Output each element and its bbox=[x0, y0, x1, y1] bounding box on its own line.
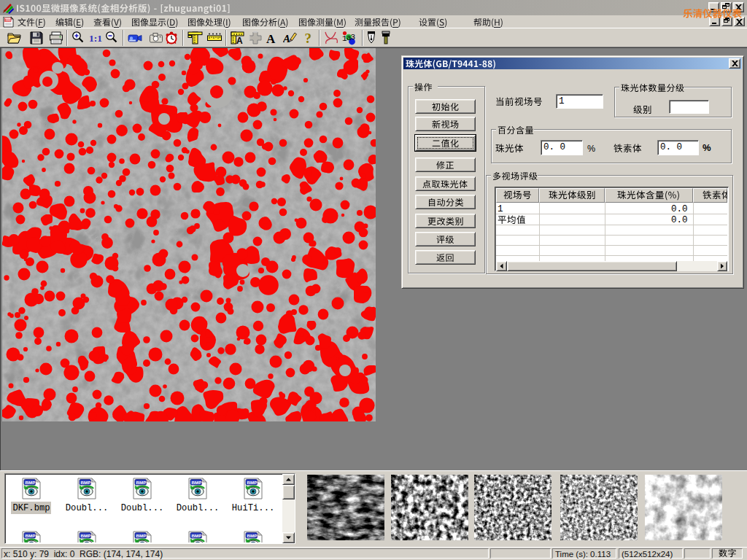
svg-text:DOC: DOC bbox=[5, 18, 12, 22]
svg-text:?: ? bbox=[305, 31, 312, 45]
svg-text:3: 3 bbox=[351, 33, 356, 42]
svg-text:BMP: BMP bbox=[192, 480, 202, 485]
svg-text:BMP: BMP bbox=[192, 533, 202, 538]
svg-text:BMP: BMP bbox=[81, 480, 91, 485]
svg-text:BMP: BMP bbox=[81, 533, 91, 538]
svg-text:BMP: BMP bbox=[247, 480, 258, 485]
svg-text:A: A bbox=[236, 36, 243, 45]
svg-text:A: A bbox=[266, 32, 276, 46]
svg-text:A: A bbox=[283, 33, 290, 44]
svg-text:1:1: 1:1 bbox=[89, 33, 102, 44]
svg-text:BMP: BMP bbox=[26, 480, 36, 485]
svg-text:BMP: BMP bbox=[136, 533, 147, 538]
svg-text:BMP: BMP bbox=[136, 480, 147, 485]
svg-text:BMP: BMP bbox=[247, 533, 258, 538]
svg-text:BMP: BMP bbox=[26, 533, 36, 538]
